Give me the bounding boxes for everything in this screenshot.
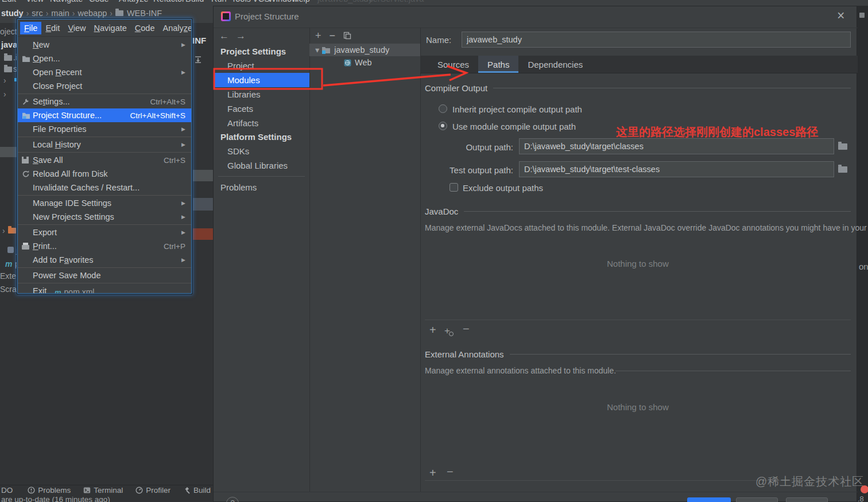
- browse-folder-icon[interactable]: [838, 143, 847, 150]
- menu-item-open-recent[interactable]: Open Recent▶: [18, 65, 191, 79]
- menu-item-export[interactable]: Export▶: [18, 225, 191, 239]
- menubar-item[interactable]: Analyze: [119, 0, 149, 3]
- ok-button[interactable]: [687, 497, 731, 502]
- sidebar-item-sdks[interactable]: SDKs: [214, 144, 309, 158]
- sidebar-item-libraries[interactable]: Libraries: [214, 87, 309, 102]
- menu-view[interactable]: View: [64, 22, 90, 34]
- menubar-item[interactable]: Navigate: [50, 0, 83, 3]
- add-icon[interactable]: +: [429, 468, 436, 477]
- tree-row-module[interactable]: ▾ javaweb_study: [309, 44, 420, 56]
- sidebar-item-modules[interactable]: Modules: [214, 73, 309, 87]
- breadcrumb-segment[interactable]: WEB-INF: [127, 9, 162, 18]
- forward-icon[interactable]: →: [236, 30, 246, 42]
- add-icon[interactable]: +: [429, 325, 436, 334]
- chevron-down-icon[interactable]: ▾: [309, 45, 321, 55]
- browse-folder-icon[interactable]: [838, 166, 847, 173]
- test-output-path-input[interactable]: D:\javaweb_study\target\test-classes: [519, 161, 834, 177]
- menubar-item[interactable]: Build: [185, 0, 204, 3]
- scroll-from-source-icon[interactable]: [193, 55, 203, 64]
- add-icon[interactable]: +: [315, 30, 321, 42]
- menubar-item[interactable]: Run: [211, 0, 227, 3]
- sidebar-item-project[interactable]: Project: [214, 59, 309, 73]
- sidebar-item-facets[interactable]: Facets: [214, 102, 309, 116]
- remove-icon[interactable]: −: [330, 30, 336, 42]
- remove-icon[interactable]: −: [447, 467, 454, 476]
- statusbar-problems[interactable]: Problems: [28, 486, 71, 495]
- menu-code[interactable]: Code: [131, 22, 159, 34]
- save-icon: [22, 157, 33, 164]
- menu-item-add-to-favorites[interactable]: Add to Favorites▶: [18, 253, 191, 267]
- menu-item-open[interactable]: Open...: [18, 52, 191, 65]
- breadcrumb-segment[interactable]: study: [1, 9, 24, 18]
- menubar-item[interactable]: Tools: [231, 0, 251, 3]
- intellij-logo-icon: [221, 11, 231, 21]
- add-url-icon[interactable]: +: [444, 326, 454, 336]
- exclude-output-checkbox[interactable]: [450, 183, 458, 192]
- menubar-item[interactable]: VCS: [253, 0, 270, 3]
- close-icon[interactable]: ×: [837, 8, 844, 24]
- apply-button[interactable]: [786, 497, 828, 502]
- menubar-item[interactable]: Help: [293, 0, 310, 3]
- breadcrumb-segment[interactable]: webapp: [78, 9, 107, 18]
- radio-use-module-output[interactable]: [439, 122, 447, 130]
- wrench-icon: [22, 98, 33, 106]
- stop-icon[interactable]: [859, 13, 865, 18]
- menu-file[interactable]: File: [20, 22, 41, 34]
- tree-row-facet[interactable]: Web: [309, 56, 420, 69]
- menu-edit[interactable]: Edit: [41, 22, 64, 34]
- menu-item-new[interactable]: New▶: [18, 38, 191, 52]
- cancel-button[interactable]: [736, 497, 778, 502]
- menubar-item[interactable]: Code: [89, 0, 109, 3]
- section-compiler-output: Compiler Output: [425, 83, 851, 93]
- annotations-empty-text: Nothing to show: [425, 402, 851, 412]
- menu-item-reload-all[interactable]: Reload All from Disk: [18, 167, 191, 181]
- menu-item-exit[interactable]: Exit: [18, 284, 191, 294]
- menu-item-file-properties[interactable]: File Properties▶: [18, 122, 191, 136]
- sidebar-item-problems[interactable]: Problems: [214, 180, 309, 194]
- menu-item-print[interactable]: Print... Ctrl+P: [18, 239, 191, 253]
- copy-icon[interactable]: [343, 32, 351, 40]
- tab-sources[interactable]: Sources: [428, 56, 478, 73]
- output-path-input[interactable]: D:\javaweb_study\target\classes: [519, 138, 834, 154]
- menu-navigate[interactable]: Navigate: [90, 22, 131, 34]
- statusbar-terminal[interactable]: Terminal: [83, 486, 123, 495]
- hammer-icon: [183, 487, 191, 494]
- remove-icon[interactable]: −: [463, 324, 470, 333]
- tree-root-fragment: java: [1, 40, 17, 49]
- tab-paths[interactable]: Paths: [478, 56, 518, 73]
- exclude-output-label[interactable]: Exclude output paths: [463, 183, 543, 193]
- panel-divider: [420, 28, 421, 492]
- sidebar-item-global-libraries[interactable]: Global Libraries: [214, 158, 309, 173]
- menu-item-new-projects-settings[interactable]: New Projects Settings▶: [18, 210, 191, 224]
- chevron-icon[interactable]: ›: [2, 226, 5, 235]
- menu-item-save-all[interactable]: Save All Ctrl+S: [18, 153, 191, 167]
- menubar-item[interactable]: View: [26, 0, 44, 3]
- back-icon[interactable]: ←: [219, 30, 229, 42]
- help-button[interactable]: ?: [226, 497, 239, 502]
- todo-fragment[interactable]: DO: [1, 486, 13, 495]
- statusbar-build[interactable]: Build: [183, 486, 211, 495]
- chevron-icon[interactable]: ›: [3, 89, 6, 99]
- status-bar: DO Problems Terminal Profiler: [0, 485, 213, 495]
- breadcrumb-segment[interactable]: main: [51, 9, 69, 18]
- breadcrumb-segment[interactable]: src: [32, 9, 42, 18]
- name-input[interactable]: javaweb_study: [462, 32, 851, 48]
- radio-use-module-label[interactable]: Use module compile output path: [452, 122, 576, 131]
- menu-item-project-structure[interactable]: Project Structure... Ctrl+Alt+Shift+S: [18, 108, 191, 122]
- menu-item-local-history[interactable]: Local History▶: [18, 138, 191, 151]
- menu-item-close-project[interactable]: Close Project: [18, 79, 191, 93]
- radio-inherit-output[interactable]: [439, 104, 447, 113]
- menubar-item[interactable]: Edit: [2, 0, 16, 3]
- menu-item-manage-ide-settings[interactable]: Manage IDE Settings▶: [18, 196, 191, 210]
- menu-item-invalidate-caches[interactable]: Invalidate Caches / Restart...: [18, 181, 191, 194]
- chevron-icon[interactable]: ›: [3, 76, 6, 85]
- statusbar-profiler[interactable]: Profiler: [135, 486, 170, 495]
- terminal-icon: [83, 487, 91, 494]
- menu-item-power-save-mode[interactable]: Power Save Mode: [18, 268, 191, 282]
- radio-inherit-label[interactable]: Inherit project compile output path: [452, 104, 582, 114]
- sidebar-item-artifacts[interactable]: Artifacts: [214, 116, 309, 130]
- menu-analyze[interactable]: Analyze: [159, 22, 192, 34]
- tab-dependencies[interactable]: Dependencies: [518, 56, 592, 73]
- menubar-item[interactable]: Refactor: [153, 0, 185, 3]
- menu-item-settings[interactable]: Settings... Ctrl+Alt+S: [18, 95, 191, 108]
